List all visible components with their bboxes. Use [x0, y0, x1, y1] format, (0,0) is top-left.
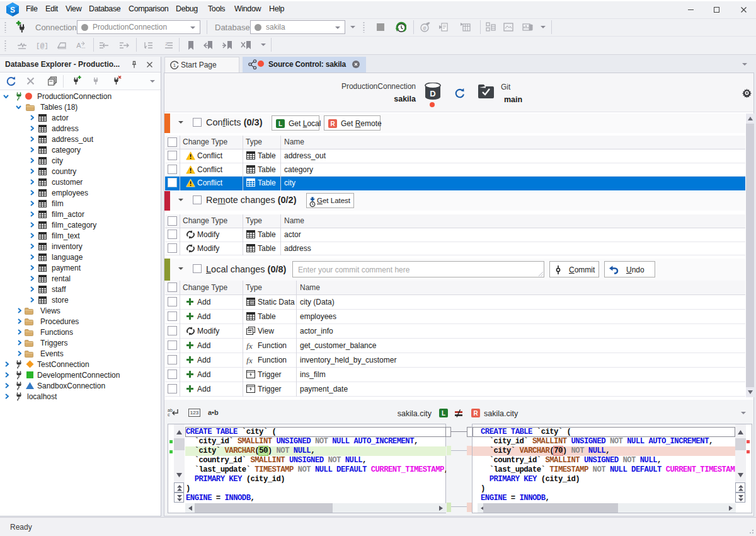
svg-text:@: @ — [423, 25, 427, 31]
svg-text:S: S — [10, 6, 15, 15]
svg-text:fx: fx — [246, 341, 253, 350]
svg-text:L: L — [442, 410, 445, 417]
svg-text:c: c — [168, 412, 170, 417]
svg-text:D: D — [430, 89, 435, 98]
svg-text:fx: fx — [246, 356, 253, 364]
svg-text:1: 1 — [173, 62, 176, 68]
svg-text:ab: ab — [168, 408, 173, 412]
svg-text:R: R — [473, 410, 478, 417]
svg-text:L: L — [278, 120, 282, 127]
svg-text:[@]: [@] — [37, 42, 48, 50]
svg-text:R: R — [330, 120, 335, 127]
svg-text:A: A — [76, 42, 81, 49]
svg-text:2: 2 — [165, 41, 168, 47]
